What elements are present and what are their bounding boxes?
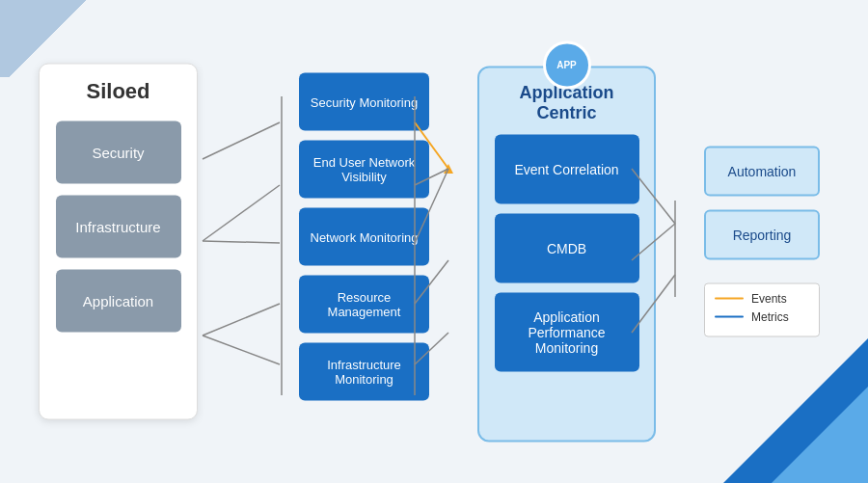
app-centric-cmdb: CMDB [495,213,639,282]
siloed-infrastructure-box: Infrastructure [56,196,181,258]
right-automation-box: Automation [704,147,820,197]
middle-security-monitoring: Security Monitoring [299,73,429,131]
siloed-title: Siloed [86,79,149,104]
middle-end-user-network: End User Network Visibility [299,141,429,199]
main-wrapper: Siloed Security Infrastructure Applicati… [0,0,868,483]
middle-section: Security Monitoring End User Network Vis… [289,73,439,411]
middle-network-monitoring: Network Monitoring [299,208,429,266]
siloed-security-box: Security [56,121,181,184]
legend-events-line [715,298,744,300]
app-centric-event-correlation: Event Correlation [495,134,639,203]
diagram-layout: Siloed Security Infrastructure Applicati… [39,41,829,442]
app-centric-wrapper: APP Application Centric Event Correlatio… [477,66,656,442]
right-reporting-box: Reporting [704,210,820,260]
middle-infrastructure-monitoring: Infrastructure Monitoring [299,343,429,401]
siloed-application-box: Application [56,270,181,333]
legend-metrics-line [715,316,744,318]
siloed-section: Siloed Security Infrastructure Applicati… [39,64,198,420]
legend-metrics: Metrics [715,310,809,324]
right-section: Automation Reporting Events Metrics [704,147,829,337]
app-centric-apm: Application Performance Monitoring [495,292,639,371]
middle-resource-management: Resource Management [299,276,429,334]
legend-events: Events [715,292,809,306]
app-icon: APP [543,40,591,89]
app-centric-section: APP Application Centric Event Correlatio… [477,66,656,442]
legend-box: Events Metrics [704,283,820,337]
